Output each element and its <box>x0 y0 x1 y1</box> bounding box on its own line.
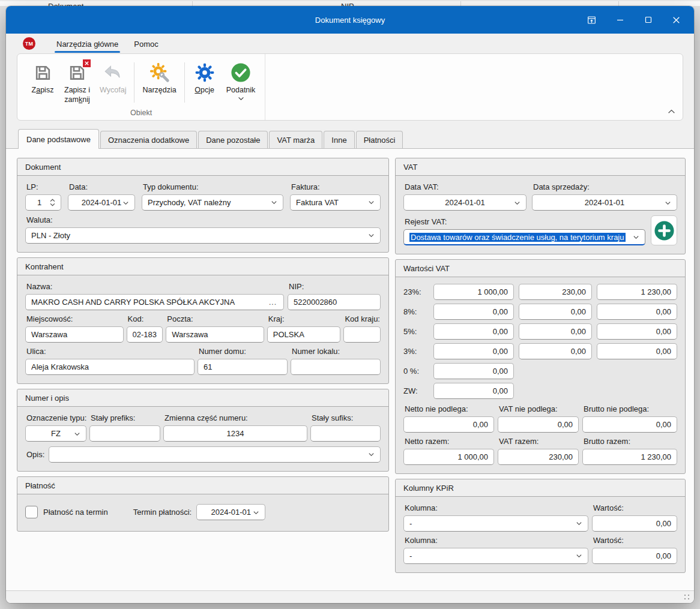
vat-5-vat-input[interactable]: 0,00 <box>519 323 592 340</box>
tools-button[interactable]: Narzędzia <box>137 59 181 109</box>
numer-lokalu-input[interactable] <box>291 359 381 375</box>
ribbon-collapse-button[interactable] <box>668 106 675 116</box>
kolumna-label: Kolumna: <box>405 536 588 545</box>
wartosc-input-2[interactable]: 0,00 <box>592 548 677 564</box>
vat-8-netto-input[interactable]: 0,00 <box>433 304 514 320</box>
vat-3-netto-input[interactable]: 0,00 <box>433 343 514 359</box>
numer-domu-input[interactable]: 61 <box>198 359 288 375</box>
zmienna-czesc-input[interactable]: 1234 <box>163 425 307 442</box>
spinner-arrows-icon[interactable] <box>50 199 55 206</box>
kod-input[interactable]: 02-183 <box>127 326 163 343</box>
vat-nie-podlega-input[interactable]: 0,00 <box>498 416 579 433</box>
staly-prefiks-input[interactable] <box>89 425 160 442</box>
numer-domu-label: Numer domu: <box>199 347 288 356</box>
kolumna-select-1[interactable]: - <box>403 515 588 532</box>
waluta-select[interactable]: PLN - Złoty <box>25 227 381 244</box>
tab-dane-podstawowe[interactable]: Dane podstawowe <box>18 129 99 149</box>
vat-8-vat-input[interactable]: 0,00 <box>519 304 592 320</box>
page-tabs: Dane podstawowe Oznaczenia dodatkowe Dan… <box>6 121 694 148</box>
data-select[interactable]: 2024-01-01 <box>68 194 135 211</box>
ulica-input[interactable]: Aleja Krakowska <box>25 359 195 375</box>
chevron-down-icon <box>576 553 582 559</box>
options-button[interactable]: Opcje <box>188 59 222 109</box>
minimize-button[interactable] <box>606 6 634 34</box>
vat-5-netto-input[interactable]: 0,00 <box>433 323 514 340</box>
tab-dane-pozostale[interactable]: Dane pozostałe <box>198 131 268 148</box>
netto-razem-input[interactable]: 1 000,00 <box>403 449 494 465</box>
vat-3-vat-input[interactable]: 0,00 <box>519 343 592 359</box>
close-button[interactable] <box>662 6 690 34</box>
data-sprzedazy-select[interactable]: 2024-01-01 <box>532 194 677 211</box>
vat-3-brutto-input[interactable]: 0,00 <box>597 343 677 359</box>
nazwa-input[interactable]: MAKRO CASH AND CARRY POLSKA SPÓŁKA AKCYJ… <box>25 294 284 310</box>
ribbon-menu-row: TM Narzędzia główne Pomoc <box>6 34 694 53</box>
group-title: Płatność <box>17 477 388 494</box>
netto-nie-podlega-input[interactable]: 0,00 <box>403 416 494 433</box>
ribbon-tab-pomoc[interactable]: Pomoc <box>126 35 166 52</box>
data-vat-select[interactable]: 2024-01-01 <box>403 194 527 211</box>
miejscowosc-input[interactable]: Warszawa <box>25 326 124 343</box>
brutto-nie-podlega-input[interactable]: 0,00 <box>582 416 677 433</box>
opis-label: Opis: <box>26 450 44 459</box>
undo-icon <box>103 62 123 83</box>
tab-platnosci[interactable]: Płatności <box>356 131 403 148</box>
close-icon <box>672 16 681 25</box>
staly-sufiks-input[interactable] <box>310 425 381 442</box>
lp-spinner[interactable]: 1 <box>25 194 61 211</box>
rejestr-vat-select[interactable]: Dostawa towarów oraz świadczenie usług, … <box>403 229 645 245</box>
ribbon: Zapisz Zapis <box>6 53 694 121</box>
oznaczenie-typu-label: Oznaczenie typu: <box>26 413 86 422</box>
wartosc-label: Wartość: <box>593 503 677 512</box>
poczta-input[interactable]: Warszawa <box>166 326 264 343</box>
kraj-input[interactable]: POLSKA <box>267 326 341 343</box>
kolumna-select-2[interactable]: - <box>403 548 588 564</box>
faktura-select[interactable]: Faktura VAT <box>290 194 381 211</box>
chevron-down-icon <box>122 200 129 206</box>
save-and-close-button[interactable]: Zapisz izamknij <box>59 59 95 109</box>
platnosc-na-termin-checkbox[interactable] <box>25 506 38 518</box>
kraj-label: Kraj: <box>268 314 341 323</box>
background-window-strip: Dokument NIP <box>0 0 700 6</box>
ribbon-panel: Zapisz Zapis <box>17 53 683 121</box>
save-button[interactable]: Zapisz <box>26 59 59 109</box>
undo-button: Wycofaj <box>95 59 131 109</box>
group-kolumny-kpir: Kolumny KPiR Kolumna: - Wartość: 0,0 <box>395 479 686 573</box>
save-and-close-label: Zapisz izamknij <box>64 86 90 104</box>
opis-select[interactable] <box>49 446 381 463</box>
vat-rate-label: 8%: <box>403 307 429 316</box>
miejscowosc-label: Miejscowość: <box>26 314 124 323</box>
tab-vat-marza[interactable]: VAT marża <box>269 131 322 148</box>
chevron-down-icon <box>576 520 582 527</box>
kod-kraju-input[interactable] <box>343 326 381 343</box>
app-logo[interactable]: TM <box>23 37 35 50</box>
platnosc-na-termin-label: Płatność na termin <box>43 508 108 517</box>
vat-23-brutto-input[interactable]: 1 230,00 <box>597 284 677 300</box>
vat-5-brutto-input[interactable]: 0,00 <box>597 323 677 340</box>
browse-contractor-button[interactable]: ... <box>268 298 278 307</box>
taxpayer-button[interactable]: Podatnik <box>222 59 261 109</box>
resize-grip[interactable] <box>684 595 690 600</box>
typ-dokumentu-select[interactable]: Przychody, VAT należny <box>142 194 283 211</box>
add-vat-register-button[interactable] <box>651 215 677 245</box>
group-title: Numer i opis <box>17 389 388 407</box>
vat-0-netto-input[interactable]: 0,00 <box>433 363 514 379</box>
dock-button[interactable] <box>578 6 606 34</box>
vat-23-vat-input[interactable]: 230,00 <box>519 284 592 300</box>
brutto-razem-input[interactable]: 1 230,00 <box>582 449 677 465</box>
ribbon-tab-narzedzia-glowne[interactable]: Narzędzia główne <box>49 35 126 52</box>
maximize-button[interactable] <box>634 6 662 34</box>
wartosc-input-1[interactable]: 0,00 <box>592 515 677 532</box>
vat-nie-podlega-label: VAT nie podlega: <box>499 404 579 413</box>
vat-zw-netto-input[interactable]: 0,00 <box>433 383 514 399</box>
vat-razem-input[interactable]: 230,00 <box>498 449 579 465</box>
tab-inne[interactable]: Inne <box>324 131 354 148</box>
vat-8-brutto-input[interactable]: 0,00 <box>597 304 677 320</box>
chevron-down-icon <box>514 200 520 206</box>
nip-input[interactable]: 5220002860 <box>288 294 381 310</box>
dialog-window: Dokument księgowy <box>6 6 694 603</box>
oznaczenie-typu-select[interactable]: FZ <box>25 425 86 442</box>
tab-oznaczenia-dodatkowe[interactable]: Oznaczenia dodatkowe <box>100 131 197 148</box>
data-label: Data: <box>69 182 135 191</box>
vat-23-netto-input[interactable]: 1 000,00 <box>433 284 514 300</box>
termin-platnosci-select[interactable]: 2024-01-01 <box>196 504 265 520</box>
